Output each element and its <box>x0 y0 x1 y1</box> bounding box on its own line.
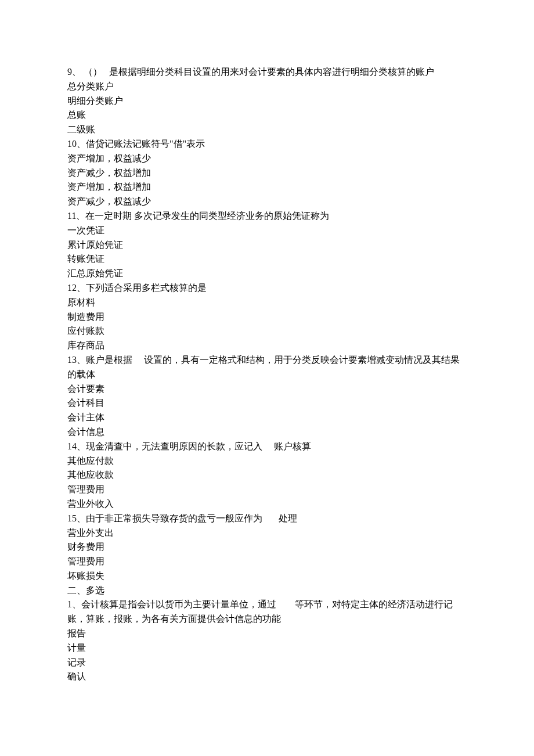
question-option: 资产减少，权益增加 <box>67 166 467 181</box>
question-option: 累计原始凭证 <box>67 238 467 253</box>
question-option: 资产增加，权益增加 <box>67 180 467 195</box>
question-option: 库存商品 <box>67 339 467 353</box>
question-option: 会计要素 <box>67 382 467 397</box>
question-block: 10、借贷记账法记账符号"借"表示 资产增加，权益减少 资产减少，权益增加 资产… <box>67 137 467 209</box>
question-stem: 14、现金清查中，无法查明原因的长款，应记入 账户核算 <box>67 440 467 454</box>
question-option: 明细分类账户 <box>67 94 467 109</box>
question-option: 营业外收入 <box>67 497 467 512</box>
question-block: 12、下列适合采用多栏式核算的是 原材料 制造费用 应付账款 库存商品 <box>67 281 467 353</box>
question-option: 一次凭证 <box>67 224 467 238</box>
question-option: 记录 <box>67 656 467 670</box>
question-block: 13、账户是根据 设置的，具有一定格式和结构，用于分类反映会计要素增减变动情况及… <box>67 353 467 440</box>
question-option: 确认 <box>67 669 467 684</box>
question-option: 二级账 <box>67 123 467 137</box>
question-option: 报告 <box>67 627 467 641</box>
question-block: 9、 （） 是根据明细分类科目设置的用来对会计要素的具体内容进行明细分类核算的账… <box>67 65 467 137</box>
question-option: 其他应付款 <box>67 454 467 469</box>
question-option: 管理费用 <box>67 483 467 497</box>
question-block: 15、由于非正常损失导致存货的盘亏一般应作为 处理 营业外支出 财务费用 管理费… <box>67 512 467 584</box>
question-option: 制造费用 <box>67 310 467 325</box>
question-stem: 10、借贷记账法记账符号"借"表示 <box>67 137 467 152</box>
question-option: 其他应收款 <box>67 468 467 483</box>
question-option: 营业外支出 <box>67 526 467 541</box>
question-stem: 1、会计核算是指会计以货币为主要计量单位，通过 等环节，对特定主体的经济活动进行… <box>67 597 467 627</box>
question-option: 财务费用 <box>67 540 467 555</box>
question-option: 资产增加，权益减少 <box>67 152 467 166</box>
question-option: 总分类账户 <box>67 80 467 94</box>
question-option: 管理费用 <box>67 555 467 569</box>
question-block: 11、在一定时期 多次记录发生的同类型经济业务的原始凭证称为 一次凭证 累计原始… <box>67 209 467 281</box>
question-block: 1、会计核算是指会计以货币为主要计量单位，通过 等环节，对特定主体的经济活动进行… <box>67 597 467 684</box>
question-stem: 11、在一定时期 多次记录发生的同类型经济业务的原始凭证称为 <box>67 209 467 224</box>
question-option: 应付账款 <box>67 324 467 339</box>
question-stem: 9、 （） 是根据明细分类科目设置的用来对会计要素的具体内容进行明细分类核算的账… <box>67 65 467 80</box>
question-option: 会计科目 <box>67 396 467 411</box>
question-stem: 12、下列适合采用多栏式核算的是 <box>67 281 467 296</box>
question-option: 汇总原始凭证 <box>67 267 467 281</box>
question-option: 计量 <box>67 641 467 656</box>
document-page: 9、 （） 是根据明细分类科目设置的用来对会计要素的具体内容进行明细分类核算的账… <box>0 0 534 719</box>
question-stem: 13、账户是根据 设置的，具有一定格式和结构，用于分类反映会计要素增减变动情况及… <box>67 353 467 382</box>
question-stem: 15、由于非正常损失导致存货的盘亏一般应作为 处理 <box>67 512 467 526</box>
question-option: 总账 <box>67 108 467 123</box>
question-option: 会计主体 <box>67 411 467 425</box>
question-option: 原材料 <box>67 296 467 310</box>
question-option: 转账凭证 <box>67 252 467 267</box>
question-option: 资产减少，权益减少 <box>67 195 467 209</box>
question-option: 坏账损失 <box>67 569 467 584</box>
question-block: 14、现金清查中，无法查明原因的长款，应记入 账户核算 其他应付款 其他应收款 … <box>67 440 467 512</box>
question-option: 会计信息 <box>67 425 467 440</box>
section-heading: 二、多选 <box>67 584 467 598</box>
